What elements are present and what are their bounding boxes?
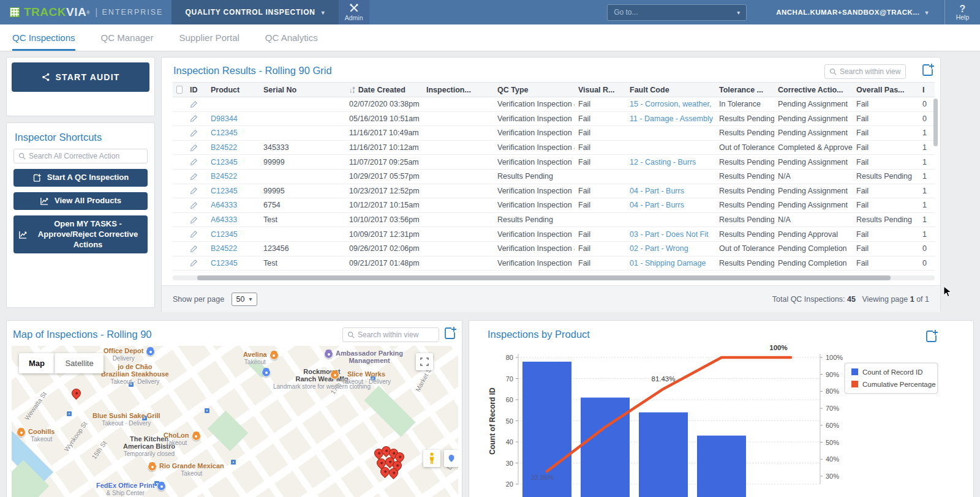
edit-pencil-icon[interactable] (190, 201, 198, 209)
table-row[interactable]: B2452212345609/26/2017 02:06pmVerificati… (173, 242, 935, 256)
table-row[interactable]: A64333675410/12/2017 10:15amVerification… (173, 198, 935, 213)
table-row[interactable]: 02/07/2020 03:38pmVerification Inspectio… (173, 97, 935, 112)
column-header-fault-code[interactable]: Fault Code (626, 86, 715, 94)
table-row[interactable]: D9834405/16/2019 10:51amVerification Ins… (173, 112, 935, 127)
shortcut-view-all-products-button[interactable]: View All Products (13, 192, 148, 210)
poi-pin-icon[interactable] (17, 428, 26, 437)
edit-pencil-icon[interactable] (190, 173, 198, 181)
product-link[interactable]: B24522 (211, 244, 237, 253)
edit-pencil-icon[interactable] (190, 114, 198, 122)
map-type-button-satellite[interactable]: Satellite (55, 353, 104, 373)
tab-qc-inspections[interactable]: QC Inspections (12, 24, 75, 51)
product-link[interactable]: D98344 (211, 114, 238, 123)
table-row[interactable]: C1234511/16/2017 10:49amVerification Ins… (173, 126, 935, 141)
grid-search[interactable] (824, 64, 906, 79)
start-audit-button[interactable]: START AUDIT (12, 62, 149, 92)
transit-stop-icon[interactable] (230, 459, 236, 465)
product-link[interactable]: C12345 (211, 230, 238, 239)
column-header-inspection[interactable]: Inspection... (423, 86, 494, 94)
poi-pin-icon[interactable] (330, 370, 339, 379)
map-view-control[interactable] (444, 450, 458, 467)
product-link[interactable]: A64333 (211, 201, 237, 209)
table-horizontal-scrollbar[interactable] (173, 275, 935, 280)
fault-code-link[interactable]: 03 - Part - Does Not Fit (630, 230, 709, 239)
new-record-icon[interactable] (921, 62, 935, 77)
poi-pin-icon[interactable] (146, 347, 155, 356)
inspection-marker-pin[interactable] (70, 387, 83, 400)
map-poi-ambassador-parking[interactable]: Ambassador ParkingManagement (324, 349, 403, 364)
fault-code-link[interactable]: 01 - Shipping Damage (630, 259, 706, 267)
edit-pencil-icon[interactable] (190, 187, 198, 195)
fault-code-link[interactable]: 15 - Corrosion, weather, (630, 100, 711, 108)
table-row[interactable]: B2452210/29/2017 05:57pmResults PendingR… (173, 170, 935, 184)
poi-pin-icon[interactable] (148, 462, 157, 471)
edit-pencil-icon[interactable] (190, 158, 198, 166)
poi-pin-icon[interactable] (192, 432, 201, 441)
shortcut-start-a-qc-inspection-button[interactable]: Start A QC Inspection (13, 169, 148, 187)
fullscreen-button[interactable] (416, 353, 433, 370)
help-button[interactable]: ? Help (944, 0, 980, 24)
app-selector-dropdown[interactable]: QUALITY CONTROL INSPECTION ▾ (172, 0, 338, 24)
transit-stop-icon[interactable] (66, 411, 72, 417)
map-poi-rio-grande-mexican[interactable]: Rio Grande Mexican Takeout (148, 462, 224, 477)
fault-code-link[interactable]: 12 - Casting - Burrs (630, 158, 696, 166)
column-header-visual-r[interactable]: Visual R... (575, 86, 626, 94)
table-row[interactable]: C123459999911/07/2017 09:25amVerificatio… (173, 155, 935, 170)
fault-code-link[interactable]: 04 - Part - Burrs (630, 187, 684, 195)
column-header-overall-pas[interactable]: Overall Pas... (853, 86, 919, 94)
product-link[interactable]: A64333 (211, 215, 237, 224)
column-header-date-created[interactable]: ↓91Date Created (345, 86, 423, 94)
tab-supplier-portal[interactable]: Supplier Portal (179, 24, 239, 51)
user-menu[interactable]: ANCHAL.KUMAR+SANDBOX@TRACK... ▾ (776, 0, 929, 24)
fault-code-link[interactable]: 04 - Part - Burrs (630, 201, 684, 209)
column-header-qc-type[interactable]: QC Type (494, 86, 575, 94)
table-row[interactable]: C1234510/09/2017 12:31pmVerification Ins… (173, 227, 935, 242)
table-vertical-scrollbar[interactable] (933, 99, 938, 146)
table-row[interactable]: B2452234533311/16/2017 10:12amVerificati… (173, 141, 935, 155)
edit-pencil-icon[interactable] (190, 259, 198, 267)
map-poi-jo-de-ch-o[interactable]: jo de ChãoBrazilian Steakhouse Takeout ·… (101, 363, 169, 386)
product-link[interactable]: C12345 (211, 259, 238, 267)
edit-pencil-icon[interactable] (190, 230, 198, 238)
tab-qc-manager[interactable]: QC Manager (101, 24, 154, 51)
poi-pin-icon[interactable] (324, 349, 333, 359)
column-header-checkbox[interactable] (173, 86, 186, 94)
goto-dropdown[interactable]: Go to... ▾ (607, 4, 747, 21)
grid-search-input[interactable] (840, 67, 901, 76)
trackvia-logo[interactable]: TRACKVIA® | ENTERPRISE (0, 0, 172, 24)
map-poi-avelina[interactable]: Avelina Takeout (243, 351, 279, 366)
product-link[interactable]: C12345 (211, 187, 238, 195)
column-header-id[interactable]: ID (186, 86, 207, 94)
poi-pin-icon[interactable] (157, 482, 166, 491)
shortcut-open-my-tasks-approve-reject-button[interactable]: Open MY TASKS - Approve/Reject Correctiv… (13, 215, 148, 254)
column-header-corrective-actio[interactable]: Corrective Actio... (774, 86, 853, 94)
admin-button[interactable]: Admin (339, 0, 369, 24)
table-row[interactable]: C123459999510/23/2017 12:52pmVerificatio… (173, 184, 935, 199)
edit-pencil-icon[interactable] (190, 129, 198, 137)
transit-stop-icon[interactable] (204, 408, 210, 414)
product-link[interactable]: C12345 (211, 158, 238, 166)
street-view-pegman[interactable] (423, 450, 440, 467)
tab-qc-analytics[interactable]: QC Analytics (265, 24, 318, 51)
select-all-checkbox[interactable] (176, 86, 183, 94)
edit-pencil-icon[interactable] (190, 245, 198, 253)
poi-pin-icon[interactable] (262, 368, 271, 377)
column-header-product[interactable]: Product (207, 86, 260, 94)
edit-pencil-icon[interactable] (190, 216, 198, 224)
product-link[interactable]: B24522 (211, 143, 237, 152)
map-poi-slice-works[interactable]: Slice Works Takeout · Delivery (330, 370, 391, 386)
page-size-select[interactable]: 50 ▾ (232, 293, 257, 306)
map-poi-fedex-office-print[interactable]: FedEx Office Print & Ship Center (96, 482, 166, 497)
edit-pencil-icon[interactable] (190, 144, 198, 152)
table-row[interactable]: C12345Test09/21/2017 01:48pmVerification… (173, 256, 935, 271)
map-search[interactable] (342, 327, 439, 342)
column-header-serial-no[interactable]: Serial No (260, 86, 345, 94)
product-link[interactable]: B24522 (211, 172, 237, 181)
column-header-i[interactable]: I (919, 86, 935, 94)
table-row[interactable]: A64333Test10/10/2017 03:56pmResults Pend… (173, 213, 935, 228)
corrective-action-search-input[interactable] (29, 152, 143, 160)
map-search-input[interactable] (358, 331, 434, 339)
map-poi-blue-sushi-sake-grill[interactable]: Blue Sushi Sake Grill Takeout · Delivery (92, 412, 160, 427)
new-record-icon[interactable] (443, 326, 458, 340)
poi-pin-icon[interactable] (270, 351, 279, 360)
